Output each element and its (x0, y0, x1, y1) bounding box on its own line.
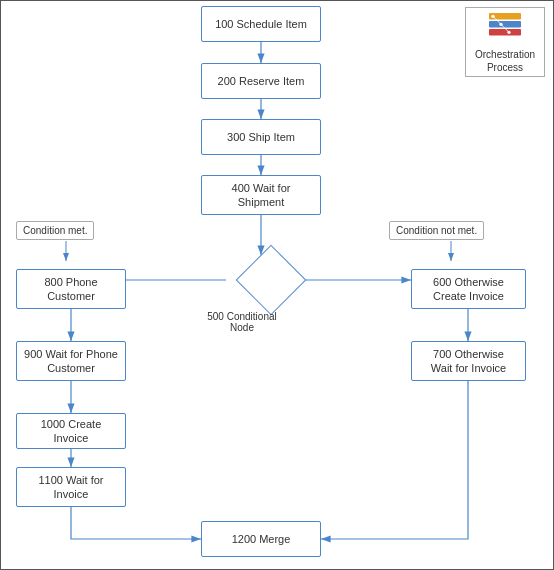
node-100: 100 Schedule Item (201, 6, 321, 42)
svg-rect-12 (489, 21, 521, 27)
node-500-label: 500 Conditional Node (197, 311, 287, 333)
node-400: 400 Wait forShipment (201, 175, 321, 215)
node-1000: 1000 CreateInvoice (16, 413, 126, 449)
orchestration-icon (485, 10, 525, 45)
condition-met-label: Condition met. (16, 221, 94, 240)
node-700: 700 OtherwiseWait for Invoice (411, 341, 526, 381)
node-1100: 1100 Wait forInvoice (16, 467, 126, 507)
orchestration-badge: OrchestrationProcess (465, 7, 545, 77)
node-1200: 1200 Merge (201, 521, 321, 557)
node-600: 600 OtherwiseCreate Invoice (411, 269, 526, 309)
node-900: 900 Wait for PhoneCustomer (16, 341, 126, 381)
condition-not-met-label: Condition not met. (389, 221, 484, 240)
diamond-shape (236, 245, 307, 316)
node-500 (236, 255, 306, 305)
svg-rect-13 (489, 29, 521, 35)
node-300: 300 Ship Item (201, 119, 321, 155)
diagram-container: 100 Schedule Item 200 Reserve Item 300 S… (0, 0, 554, 570)
node-200: 200 Reserve Item (201, 63, 321, 99)
node-800: 800 PhoneCustomer (16, 269, 126, 309)
